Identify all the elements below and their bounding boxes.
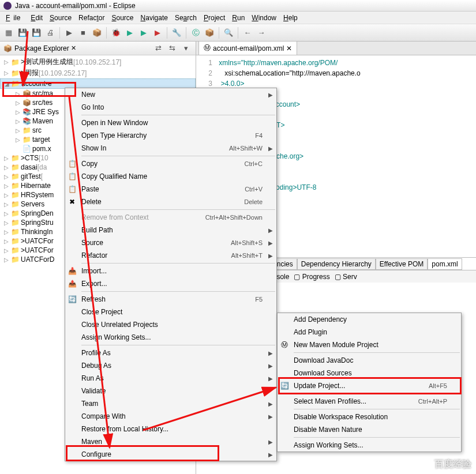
menu-disable-maven-nature[interactable]: Disable Maven Nature	[278, 423, 461, 436]
menu-open-in-new-window[interactable]: Open in New Window	[65, 116, 276, 129]
menu-close-unrelated-projects[interactable]: Close Unrelated Projects	[65, 318, 276, 331]
stop-icon[interactable]: ■	[77, 27, 89, 39]
menu-maven[interactable]: Maven▶	[65, 435, 276, 448]
menu-edit[interactable]: Edit	[27, 13, 46, 23]
back-icon[interactable]: ←	[241, 27, 254, 39]
xml-icon: Ⓜ	[204, 43, 211, 53]
menu-disable-workspace-resolution[interactable]: Disable Workspace Resolution	[278, 411, 461, 423]
skip-icon[interactable]: ▶	[63, 27, 76, 39]
menu-navigate[interactable]: Navigate	[137, 13, 171, 23]
menu-select-maven-profiles-[interactable]: Select Maven Profiles...Ctrl+Alt+P	[278, 395, 461, 408]
save-icon[interactable]: 💾	[16, 27, 29, 39]
view-tab[interactable]: ▢ Serv	[335, 273, 357, 281]
maven-submenu[interactable]: Add DependencyAdd PluginⓂNew Maven Modul…	[277, 313, 462, 452]
menu-restore-from-local-history-[interactable]: Restore from Local History...	[65, 423, 276, 435]
menu-remove-from-context: Remove from ContextCtrl+Alt+Shift+Down	[65, 211, 276, 224]
menu-refactor[interactable]: RefactorAlt+Shift+T▶	[65, 249, 276, 262]
watermark: 百度经验	[434, 458, 471, 471]
menu-new-maven-module-project[interactable]: ⓂNew Maven Module Project	[278, 338, 461, 351]
search-icon[interactable]: 🔍	[222, 27, 235, 39]
menu-run[interactable]: Run	[228, 13, 248, 23]
new-icon[interactable]: ▦	[2, 27, 15, 39]
explorer-header: 📦 Package Explorer ✕ ⇄ ⇆ ▾	[0, 42, 196, 55]
menu-refactor[interactable]: Refactor	[75, 13, 108, 23]
filter-icon[interactable]: ▾	[179, 42, 192, 55]
menu-refresh[interactable]: 🔄RefreshF5	[65, 293, 276, 306]
title-bar: Java - account-email/pom.xml - Eclipse	[0, 0, 476, 12]
menu-close-project[interactable]: Close Project	[65, 306, 276, 318]
menu-debug-as[interactable]: Debug As▶	[65, 359, 276, 372]
menu-go-into[interactable]: Go Into	[65, 101, 276, 114]
menu-download-sources[interactable]: Download Sources	[278, 367, 461, 379]
new-class-icon[interactable]: Ⓒ	[189, 27, 202, 39]
menu-assign-working-sets-[interactable]: Assign Working Sets...	[278, 439, 461, 452]
menu-import-[interactable]: 📥Import...	[65, 265, 276, 277]
bottom-tab[interactable]: pom.xml	[428, 258, 462, 270]
menu-delete[interactable]: ✖DeleteDelete	[65, 195, 276, 208]
close-icon[interactable]: ✕	[286, 44, 292, 52]
menu-copy-qualified-name[interactable]: 📋Copy Qualified Name	[65, 170, 276, 183]
fwd-icon[interactable]: →	[255, 27, 268, 39]
eclipse-icon	[3, 2, 12, 10]
new-pkg-icon[interactable]: 📦	[91, 27, 103, 39]
link-icon[interactable]: ⇆	[166, 42, 178, 55]
menu-file[interactable]: File	[2, 13, 27, 23]
run-last-icon[interactable]: ▶	[137, 27, 150, 39]
coverage-icon[interactable]: ▶	[151, 27, 164, 39]
run-icon[interactable]: ▶	[123, 27, 136, 39]
debug-icon[interactable]: 🐞	[110, 27, 122, 39]
menu-paste[interactable]: 📋PasteCtrl+V	[65, 183, 276, 195]
print-icon[interactable]: 🖨	[44, 27, 57, 39]
menu-open-type-hierarchy[interactable]: Open Type HierarchyF4	[65, 129, 276, 142]
menu-bar[interactable]: File Edit Source Refactor Source Navigat…	[0, 12, 476, 24]
menu-project[interactable]: Project	[200, 13, 228, 23]
menu-source[interactable]: SourceAlt+Shift+S▶	[65, 236, 276, 249]
menu-add-plugin[interactable]: Add Plugin	[278, 326, 461, 338]
menu-source2[interactable]: Source	[108, 13, 137, 23]
menu-copy[interactable]: 📋CopyCtrl+C	[65, 157, 276, 170]
menu-profile-as[interactable]: Profile As▶	[65, 347, 276, 359]
window-title: Java - account-email/pom.xml - Eclipse	[15, 2, 136, 10]
menu-add-dependency[interactable]: Add Dependency	[278, 313, 461, 326]
bottom-tab[interactable]: Effective POM	[376, 258, 428, 270]
save-all-icon[interactable]: 💾	[30, 27, 43, 39]
editor-tab-pom[interactable]: Ⓜ account-email/pom.xml ✕	[198, 41, 297, 55]
editor-tabs[interactable]: Ⓜ account-email/pom.xml ✕	[196, 42, 476, 55]
menu-build-path[interactable]: Build Path▶	[65, 224, 276, 236]
menu-source[interactable]: Source	[46, 13, 75, 23]
new-pkg-icon2[interactable]: 📦	[203, 27, 216, 39]
menu-validate[interactable]: Validate	[65, 385, 276, 397]
menu-export-[interactable]: 📤Export...	[65, 277, 276, 290]
view-tab[interactable]: ▢ Progress	[294, 273, 329, 281]
collapse-icon[interactable]: ⇄	[152, 42, 164, 55]
menu-show-in[interactable]: Show InAlt+Shift+W▶	[65, 142, 276, 155]
tree-item[interactable]: ▷📁>测试用例生成组 [10.109.252.17]	[0, 57, 196, 67]
bottom-tab[interactable]: Dependency Hierarchy	[297, 258, 376, 270]
ext-tools-icon[interactable]: 🔧	[170, 27, 183, 39]
menu-help[interactable]: Help	[280, 13, 301, 23]
menu-window[interactable]: Window	[248, 13, 280, 23]
menu-new[interactable]: New▶	[65, 88, 276, 101]
menu-assign-working-sets-[interactable]: Assign Working Sets...	[65, 331, 276, 344]
menu-team[interactable]: Team▶	[65, 397, 276, 410]
menu-search[interactable]: Search	[171, 13, 200, 23]
project-context-menu[interactable]: New▶Go IntoOpen in New WindowOpen Type H…	[65, 88, 277, 461]
menu-download-javadoc[interactable]: Download JavaDoc	[278, 354, 461, 367]
menu-configure[interactable]: Configure▶	[65, 448, 276, 461]
main-toolbar: ▦ 💾 💾 🖨 ▶ ■ 📦 🐞 ▶ ▶ ▶ 🔧 Ⓒ 📦 🔍 ← →	[0, 24, 476, 42]
package-icon: 📦	[3, 44, 12, 52]
tree-item[interactable]: ▷📁>周报 [10.109.252.17]	[0, 67, 196, 78]
menu-run-as[interactable]: Run As▶	[65, 372, 276, 385]
explorer-title: Package Explorer	[14, 44, 69, 52]
menu-compare-with[interactable]: Compare With▶	[65, 410, 276, 423]
menu-update-project-[interactable]: 🔄Update Project...Alt+F5	[278, 379, 461, 392]
